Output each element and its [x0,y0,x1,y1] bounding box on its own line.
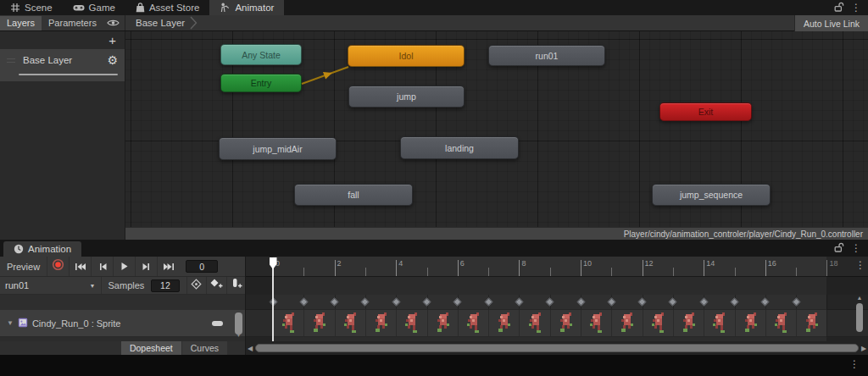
current-frame-field[interactable]: 0 [186,260,218,273]
first-key-icon [75,259,86,274]
unlock-icon[interactable] [834,241,844,256]
property-list-scrollbar[interactable] [235,312,242,335]
play-button[interactable] [113,257,135,276]
samples-field[interactable]: 12 [151,279,179,292]
foldout-triangle-icon[interactable]: ▼ [0,319,18,327]
chevron-right-icon [190,16,198,30]
keyframe-diamond[interactable] [423,298,431,307]
scrollbar-thumb[interactable] [856,303,863,332]
keyframe-diamond[interactable] [331,298,339,307]
auto-live-link-button[interactable]: Auto Live Link [794,15,868,31]
kebab-menu-icon[interactable]: ⋮ [851,243,861,253]
go-to-end-button[interactable] [157,257,179,276]
grid-icon [10,3,20,13]
tab-asset-store[interactable]: Asset Store [125,0,209,15]
dopesheet-button[interactable]: Dopesheet [121,341,181,355]
keyframe-indicator-button[interactable] [186,277,206,294]
scroll-right-icon[interactable]: ▶ [860,345,868,352]
sprite-thumbnail [773,312,789,335]
go-to-beginning-button[interactable] [69,257,91,276]
preview-button[interactable]: Preview [0,257,47,276]
scroll-left-icon[interactable]: ◀ [246,345,254,352]
state-node-idol[interactable]: Idol [348,45,465,67]
add-layer-icon[interactable]: + [108,34,116,47]
dopesheet-sprite-row[interactable] [246,310,868,337]
record-button[interactable] [47,257,69,276]
playhead-line [272,257,274,341]
unlock-icon[interactable] [834,0,844,15]
property-row[interactable]: ▼ Cindy_Run_0 : Sprite ▼ [0,310,246,337]
keyframe-diamond[interactable] [731,298,739,307]
sprite-thumbnail [711,312,727,335]
kebab-menu-icon[interactable]: ⋮ [851,3,861,13]
layers-parameters-switch: Layers Parameters [0,15,125,30]
property-name: Cindy_Run_0 : Sprite [32,318,212,329]
state-node-exit[interactable]: Exit [659,102,752,121]
controller-path: Player/cindy/animation_controler/player/… [624,229,863,239]
animator-window-tabbar: SceneGameAsset StoreAnimator ⋮ [0,0,868,15]
kebab-menu-icon[interactable]: ⋮ [855,260,865,270]
state-node-jump-sequence[interactable]: jump_sequence [652,184,771,206]
sprite-thumbnail [650,312,666,335]
state-node-jump[interactable]: jump [348,86,465,108]
tab-label: Scene [25,3,53,13]
add-keyframe-button[interactable] [206,277,225,294]
animation-toolbar: Preview 0 [0,257,246,277]
keyframe-diamond[interactable] [361,298,370,307]
add-event-icon [231,278,242,293]
kebab-menu-icon[interactable]: ⋮ [849,359,860,369]
keyframe-diamond[interactable] [392,298,400,307]
state-node-fall[interactable]: fall [294,184,413,206]
dopesheet-summary-row[interactable] [246,295,868,310]
previous-key-button[interactable] [91,257,113,276]
state-node-landing[interactable]: landing [400,136,519,159]
keyframe-diamond[interactable] [576,298,585,307]
breadcrumb-bar: Base Layer Auto Live Link [125,15,868,30]
clip-dropdown[interactable]: run01 ▼ [0,277,102,294]
keyframe-diamond[interactable] [638,298,647,307]
state-node-jump-midair[interactable]: jump_midAir [219,137,337,160]
breadcrumb[interactable]: Base Layer [125,18,185,28]
keyframe-diamond[interactable] [792,298,800,307]
tab-parameters[interactable]: Parameters [42,16,103,30]
tab-animation-label: Animation [28,244,71,254]
scroll-up-icon[interactable]: ▲ [857,295,863,301]
scrollbar-thumb[interactable] [255,344,859,352]
sprite-thumbnail [311,312,327,335]
drag-handle-icon[interactable] [7,58,15,63]
tab-layers[interactable]: Layers [0,16,42,30]
keyframe-diamond[interactable] [453,298,462,307]
state-machine-graph[interactable]: Any StateIdolrun01EntryjumpExitjump_midA… [125,31,868,227]
keyframe-diamond[interactable] [515,298,523,307]
layers-panel: + Base Layer ⚙ [0,31,125,240]
eye-icon[interactable] [107,19,125,27]
state-node-any-state[interactable]: Any State [220,44,302,65]
layer-weight-slider[interactable] [19,74,118,75]
state-node-entry[interactable]: Entry [220,74,302,92]
timeline-horizontal-scrollbar[interactable]: ◀ ▶ [246,341,868,355]
state-node-run01[interactable]: run01 [488,45,605,66]
keyframe-diamond[interactable] [484,298,492,307]
tab-game[interactable]: Game [63,0,125,15]
sprite-thumbnail [681,312,697,335]
timeline-vertical-scrollbar[interactable]: ▲ [854,295,865,339]
play-icon [120,259,129,274]
tab-animation[interactable]: Animation [3,241,81,257]
keyframe-diamond[interactable] [669,298,677,307]
keyframe-diamond[interactable] [761,298,770,307]
timeline-ruler[interactable]: ⋮ 024681012141618 [246,257,868,277]
next-key-button[interactable] [135,257,157,276]
keyframe-diamond[interactable] [546,298,554,307]
transition-arrow[interactable] [295,56,356,93]
chevron-down-icon: ▼ [90,283,96,289]
keyframe-diamond[interactable] [699,298,708,307]
gear-icon[interactable]: ⚙ [107,54,118,66]
animation-window-tabbar: Animation ⋮ [0,240,868,257]
layer-item-base-layer[interactable]: Base Layer ⚙ [0,49,125,81]
tab-scene[interactable]: Scene [0,0,63,15]
add-event-button[interactable] [226,277,246,294]
curves-button[interactable]: Curves [182,341,227,355]
keyframe-diamond[interactable] [607,298,615,307]
keyframe-diamond[interactable] [299,298,308,307]
tab-animator[interactable]: Animator [209,0,284,15]
